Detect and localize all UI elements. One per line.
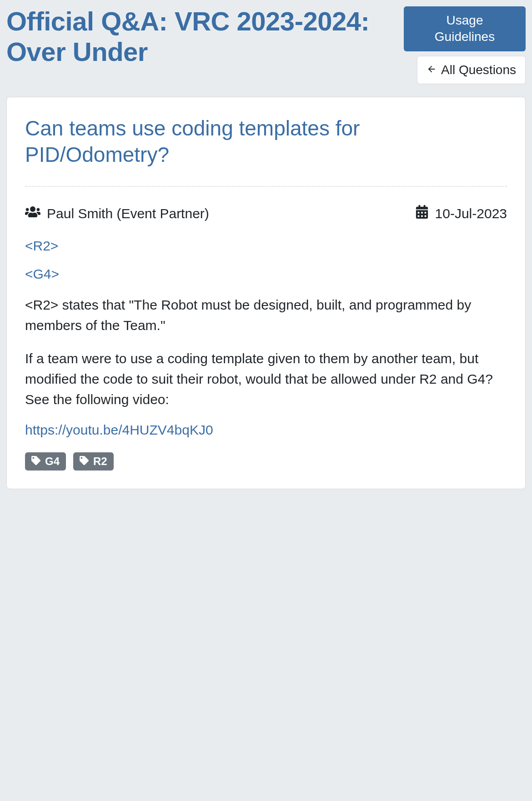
meta-row: Paul Smith (Event Partner) 10-Jul-2023: [25, 204, 507, 223]
question-date: 10-Jul-2023: [435, 206, 507, 221]
author-name: Paul Smith (Event Partner): [47, 206, 209, 221]
calendar-icon: [415, 205, 429, 222]
users-icon: [25, 204, 40, 223]
paragraph-1: <R2> states that "The Robot must be desi…: [25, 295, 507, 335]
tag-g4[interactable]: G4: [25, 452, 66, 471]
all-questions-button[interactable]: All Questions: [417, 56, 526, 84]
video-link[interactable]: https://youtu.be/4HUZV4bqKJ0: [25, 422, 507, 438]
usage-guidelines-button[interactable]: Usage Guidelines: [404, 6, 526, 51]
arrow-left-icon: [427, 62, 437, 78]
paragraph-2: If a team were to use a coding template …: [25, 348, 507, 410]
all-questions-label: All Questions: [441, 62, 516, 78]
header-buttons: Usage Guidelines All Questions: [404, 6, 526, 84]
divider: [25, 186, 507, 187]
tag-icon: [80, 455, 89, 468]
rule-link-r2[interactable]: <R2>: [25, 238, 507, 254]
tags-container: G4 R2: [25, 452, 507, 471]
rule-link-g4[interactable]: <G4>: [25, 266, 507, 282]
tag-label: G4: [45, 455, 60, 468]
author-meta: Paul Smith (Event Partner): [25, 204, 209, 223]
tag-icon: [31, 455, 40, 468]
page-header: Official Q&A: VRC 2023-2024: Over Under …: [6, 6, 526, 84]
question-title[interactable]: Can teams use coding templates for PID/O…: [25, 115, 507, 168]
page-title: Official Q&A: VRC 2023-2024: Over Under: [6, 6, 404, 67]
tag-label: R2: [93, 455, 107, 468]
date-meta: 10-Jul-2023: [415, 205, 507, 222]
tag-r2[interactable]: R2: [73, 452, 114, 471]
question-card: Can teams use coding templates for PID/O…: [6, 97, 526, 489]
